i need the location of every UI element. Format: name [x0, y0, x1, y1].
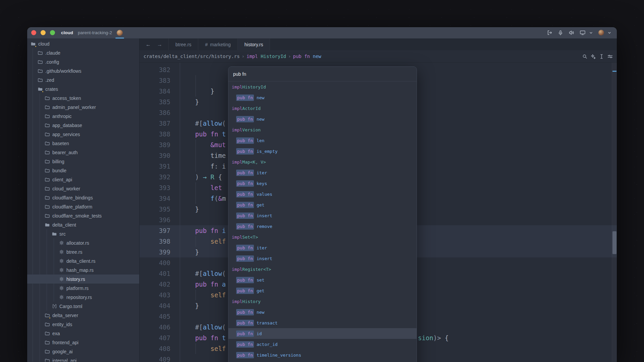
- breadcrumb-path[interactable]: crates/delta_client/src/history.rs: [144, 54, 240, 59]
- tree-item-billing[interactable]: billing: [27, 157, 139, 166]
- tree-indent-guide: [40, 184, 40, 193]
- tree-item-app-database[interactable]: app_database: [27, 121, 139, 130]
- tree-indent-guide: [40, 265, 40, 275]
- outline-item-remove[interactable]: pub fnremove: [228, 221, 417, 232]
- outline-item-set-t-[interactable]: impl Set<T>: [228, 232, 417, 242]
- screen-share-icon[interactable]: [580, 30, 586, 36]
- outline-item-is-empty[interactable]: pub fnis_empty: [228, 146, 417, 157]
- tree-item--zed[interactable]: .zed: [27, 75, 139, 84]
- breadcrumb-fn-keyword[interactable]: pub fn: [293, 54, 310, 59]
- breadcrumb-impl-type[interactable]: HistoryId: [261, 54, 286, 59]
- match-highlight-chip: pub fn: [236, 95, 254, 101]
- outline-item-len[interactable]: pub fnlen: [228, 135, 417, 146]
- scrollbar-thumb[interactable]: [612, 231, 616, 254]
- tree-item-google-ai[interactable]: google_ai: [27, 347, 139, 356]
- microphone-icon[interactable]: [558, 30, 563, 36]
- outline-item-partial[interactable]: pub fn: [228, 360, 417, 362]
- outline-item-values[interactable]: pub fnvalues: [228, 189, 417, 199]
- outline-item-actor-id[interactable]: pub fnactor_id: [228, 339, 417, 350]
- tree-item-access-token[interactable]: access_token: [27, 94, 139, 103]
- tree-item-entity-ids[interactable]: entity_ids: [27, 320, 139, 329]
- tree-item-client-api[interactable]: client_api: [27, 175, 139, 184]
- user-avatar[interactable]: [598, 30, 604, 36]
- sparkle-icon[interactable]: [591, 54, 596, 59]
- breadcrumb-impl-keyword[interactable]: impl: [247, 54, 258, 59]
- outline-item-insert[interactable]: pub fninsert: [228, 210, 417, 221]
- tree-item-src[interactable]: src: [27, 229, 139, 238]
- outline-item-actorid[interactable]: impl ActorId: [228, 103, 417, 114]
- outline-item-iter[interactable]: pub fniter: [228, 242, 417, 253]
- outline-item-history[interactable]: impl History: [228, 296, 417, 307]
- tree-item-label: cloudflare_bindings: [52, 195, 93, 200]
- tab-history-rs[interactable]: history.rs: [238, 39, 270, 50]
- outline-item-new[interactable]: pub fnnew: [228, 92, 417, 103]
- filter-icon[interactable]: [607, 54, 613, 59]
- tree-item-anthropic[interactable]: anthropic: [27, 112, 139, 121]
- minimize-window-button[interactable]: [41, 30, 46, 35]
- tree-item-bearer-auth[interactable]: bearer_auth: [27, 148, 139, 157]
- outline-item-timeline-versions[interactable]: pub fntimeline_versions: [228, 350, 417, 360]
- outline-item-register-t-[interactable]: impl Register<T>: [228, 264, 417, 275]
- breadcrumb[interactable]: crates/delta_client/src/history.rs›impl …: [144, 54, 321, 59]
- tree-item-app-services[interactable]: app_services: [27, 130, 139, 139]
- zoom-window-button[interactable]: [50, 30, 55, 35]
- tree-item-bundle[interactable]: bundle: [27, 166, 139, 175]
- chevron-down-icon[interactable]: [589, 31, 593, 35]
- tree-item-cloudflare-smoke-tests[interactable]: cloudflare_smoke_tests: [27, 211, 139, 220]
- outline-item-transact[interactable]: pub fntransact: [228, 317, 417, 328]
- search-icon[interactable]: [582, 54, 587, 59]
- tree-item-crates[interactable]: crates: [27, 84, 139, 94]
- tree-item-cloudflare-platform[interactable]: cloudflare_platform: [27, 202, 139, 211]
- tree-item-label: bundle: [52, 168, 66, 173]
- tree-item-history-rs[interactable]: history.rs: [27, 275, 139, 284]
- outline-item-get[interactable]: pub fnget: [228, 285, 417, 296]
- outline-item-historyid[interactable]: impl HistoryId: [228, 81, 417, 92]
- chevron-down-icon[interactable]: [607, 31, 611, 35]
- tree-item-internal-api[interactable]: internal_api: [27, 356, 139, 362]
- outline-item-iter[interactable]: pub fniter: [228, 167, 417, 178]
- tree-item--github-workflows[interactable]: .github/workflows: [27, 66, 139, 75]
- project-name[interactable]: cloud: [61, 30, 73, 35]
- tree-item-delta-client[interactable]: delta_client: [27, 220, 139, 229]
- tree-item-repository-rs[interactable]: repository.rs: [27, 293, 139, 302]
- tree-item-allocator-rs[interactable]: allocator.rs: [27, 238, 139, 247]
- outline-item-keys[interactable]: pub fnkeys: [228, 178, 417, 189]
- tree-item-cloud-worker[interactable]: cloud_worker: [27, 184, 139, 193]
- tree-item-btree-rs[interactable]: btree.rs: [27, 247, 139, 256]
- tree-item-cloudflare-bindings[interactable]: cloudflare_bindings: [27, 193, 139, 202]
- close-window-button[interactable]: [31, 30, 36, 35]
- forward-button[interactable]: →: [157, 42, 162, 48]
- collaborator-avatar[interactable]: [117, 30, 123, 36]
- tree-item-cloud[interactable]: cloud: [27, 39, 139, 48]
- outline-item-insert[interactable]: pub fninsert: [228, 253, 417, 264]
- tab-marketing[interactable]: #marketing: [198, 39, 237, 50]
- tree-item--config[interactable]: .config: [27, 57, 139, 66]
- tree-item-frontend-api[interactable]: frontend_api: [27, 338, 139, 347]
- tree-item--claude[interactable]: .claude: [27, 48, 139, 57]
- outline-search-input[interactable]: pub fn: [228, 67, 417, 81]
- outline-item-set[interactable]: pub fnset: [228, 275, 417, 285]
- speaker-icon[interactable]: [569, 30, 574, 36]
- outline-item-new[interactable]: pub fnnew: [228, 307, 417, 317]
- outline-item-version[interactable]: impl Version: [228, 124, 417, 135]
- outline-item-map-k-v-[interactable]: impl Map<K, V>: [228, 157, 417, 167]
- outline-item-new[interactable]: pub fnnew: [228, 114, 417, 124]
- text-cursor-icon[interactable]: [599, 54, 604, 59]
- tree-item-admin-panel-worker[interactable]: admin_panel_worker: [27, 103, 139, 112]
- tree-item-platform-rs[interactable]: platform.rs: [27, 284, 139, 293]
- tree-item-delta-client-rs[interactable]: delta_client.rs: [27, 256, 139, 265]
- breadcrumb-fn-name[interactable]: new: [313, 54, 321, 59]
- tab-btree-rs[interactable]: btree.rs: [169, 39, 198, 50]
- tree-item-exa[interactable]: exa: [27, 329, 139, 338]
- folder-icon: [45, 159, 50, 164]
- git-branch[interactable]: parent-tracking-2: [78, 30, 112, 35]
- editor-scrollbar[interactable]: [612, 63, 617, 362]
- tree-item-hash-map-rs[interactable]: hash_map.rs: [27, 265, 139, 275]
- outline-item-get[interactable]: pub fnget: [228, 199, 417, 210]
- tree-item-delta-server[interactable]: delta_server: [27, 311, 139, 320]
- tree-item-cargo-toml[interactable]: Cargo.toml: [27, 302, 139, 311]
- leave-call-icon[interactable]: [547, 30, 552, 36]
- outline-item-id[interactable]: pub fnid: [228, 328, 417, 339]
- tree-item-baseten[interactable]: baseten: [27, 139, 139, 148]
- back-button[interactable]: ←: [146, 42, 151, 48]
